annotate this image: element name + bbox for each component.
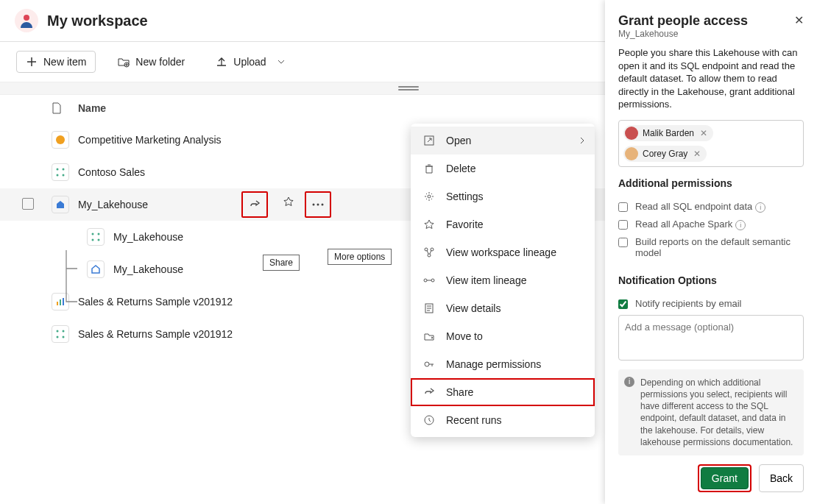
people-picker[interactable]: Malik Barden ✕ Corey Gray ✕ [618, 120, 804, 167]
upload-icon [216, 56, 227, 68]
remove-person-icon[interactable]: ✕ [698, 128, 709, 138]
chevron-down-icon [275, 56, 287, 68]
person-name: Corey Gray [643, 149, 687, 159]
menu-label: Favorite [446, 219, 484, 230]
permission-label: Read all SQL endpoint datai [635, 201, 765, 213]
report-icon [52, 293, 69, 310]
permission-row[interactable]: Read all SQL endpoint datai [618, 201, 804, 213]
new-item-button[interactable]: New item [16, 51, 96, 73]
menu-label: View workspace lineage [446, 246, 556, 258]
sql-icon [87, 260, 105, 278]
person-name: Malik Barden [643, 128, 694, 138]
menu-settings[interactable]: Settings [411, 182, 595, 210]
permissions-info-text: Depending on which additional permission… [640, 377, 793, 447]
menu-label: Recent runs [446, 414, 501, 426]
info-icon[interactable]: i [755, 202, 765, 213]
permission-label: Read all Apache Sparki [635, 219, 746, 230]
file-type-header-icon [52, 102, 78, 116]
more-options-tooltip: More options [328, 249, 392, 265]
menu-label: Delete [446, 163, 475, 174]
menu-view-details[interactable]: View details [411, 294, 595, 322]
svg-point-5 [57, 174, 59, 177]
svg-point-10 [92, 233, 94, 235]
menu-favorite[interactable]: Favorite [411, 210, 595, 238]
lineage-item-icon [422, 274, 436, 287]
svg-point-22 [428, 195, 431, 198]
permission-checkbox[interactable] [618, 220, 628, 230]
notify-email-row[interactable]: Notify recipients by email [618, 298, 804, 309]
menu-recent-runs[interactable]: Recent runs [411, 406, 595, 434]
svg-point-18 [63, 330, 65, 333]
person-pill[interactable]: Corey Gray ✕ [623, 146, 707, 162]
menu-label: Open [446, 135, 471, 146]
svg-point-9 [322, 204, 324, 206]
svg-point-25 [428, 254, 431, 257]
svg-point-3 [57, 168, 59, 171]
info-icon: i [624, 377, 634, 387]
close-icon[interactable]: ✕ [794, 13, 804, 29]
panel-title: Grant people access [618, 13, 748, 29]
menu-share[interactable]: Share [411, 378, 595, 406]
menu-manage-permissions[interactable]: Manage permissions [411, 350, 595, 378]
permission-checkbox[interactable] [618, 202, 628, 212]
column-name[interactable]: Name [78, 102, 648, 116]
info-icon[interactable]: i [735, 220, 746, 230]
permission-row[interactable]: Build reports on the default semantic mo… [618, 236, 804, 258]
settings-icon [422, 190, 436, 203]
svg-rect-14 [57, 302, 58, 305]
svg-point-7 [313, 204, 315, 206]
folder-plus-icon [118, 56, 130, 68]
recent-icon [422, 414, 436, 427]
menu-view-workspace-lineage[interactable]: View workspace lineage [411, 238, 595, 266]
remove-person-icon[interactable]: ✕ [692, 149, 702, 159]
share-icon[interactable] [244, 194, 265, 215]
move-icon [422, 330, 436, 343]
permission-label: Build reports on the default semantic mo… [635, 236, 804, 258]
svg-point-8 [317, 204, 319, 206]
panel-description: People you share this Lakehouse with can… [618, 46, 804, 111]
permission-row[interactable]: Read all Apache Sparki [618, 219, 804, 230]
new-folder-button[interactable]: New folder [109, 52, 194, 72]
back-button[interactable]: Back [759, 464, 804, 492]
menu-label: View details [446, 302, 501, 314]
grant-access-panel: Grant people access ✕ My_Lakehouse Peopl… [605, 0, 817, 504]
menu-view-item-lineage[interactable]: View item lineage [411, 266, 595, 294]
svg-point-20 [63, 336, 65, 338]
svg-point-29 [425, 362, 429, 366]
menu-move-to[interactable]: Move to [411, 322, 595, 350]
favorite-icon[interactable] [278, 191, 299, 212]
svg-rect-15 [60, 299, 61, 305]
avatar [625, 127, 638, 140]
share-action-highlight [241, 191, 268, 218]
menu-label: View item lineage [446, 274, 526, 286]
permission-checkbox[interactable] [618, 238, 628, 247]
person-pill[interactable]: Malik Barden ✕ [623, 125, 713, 141]
menu-label: Manage permissions [446, 358, 541, 370]
panel-subtitle: My_Lakehouse [618, 29, 804, 39]
model-icon [52, 325, 69, 343]
menu-label: Settings [446, 191, 484, 202]
menu-delete[interactable]: Delete [411, 155, 595, 182]
grant-button[interactable]: Grant [701, 467, 749, 489]
svg-point-19 [57, 336, 59, 338]
notify-email-checkbox[interactable] [618, 299, 628, 309]
svg-point-26 [424, 279, 427, 282]
row-checkbox[interactable] [22, 198, 34, 210]
upload-button[interactable]: Upload [207, 52, 295, 72]
menu-open[interactable]: Open [411, 127, 595, 155]
workspace-avatar [15, 9, 38, 32]
message-textarea[interactable] [618, 315, 804, 361]
model-icon [87, 228, 105, 246]
new-item-label: New item [43, 56, 86, 68]
plus-icon [26, 56, 38, 68]
drag-handle-icon [398, 86, 419, 90]
details-icon [422, 302, 436, 315]
new-folder-label: New folder [135, 56, 185, 68]
svg-point-13 [98, 239, 100, 241]
item-context-menu: Open Delete Settings Favorite View works… [411, 124, 595, 437]
more-options-icon[interactable] [308, 194, 328, 215]
workspace-title: My workspace [47, 13, 148, 29]
permissions-info-box: i Depending on which additional permissi… [618, 369, 804, 455]
share-icon [422, 386, 436, 399]
svg-point-6 [63, 174, 65, 177]
